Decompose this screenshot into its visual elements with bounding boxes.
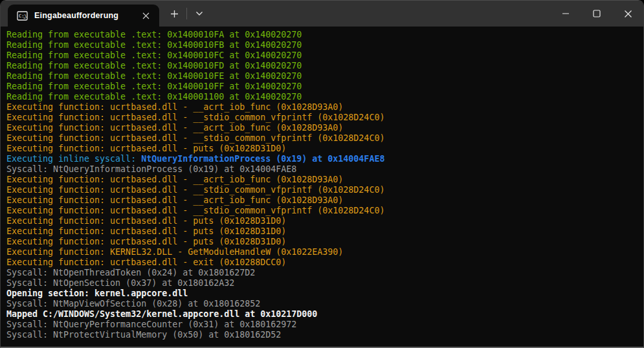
terminal-line: Executing inline syscall: NtQueryInforma… <box>6 154 643 164</box>
titlebar[interactable]: C:\ Eingabeaufforderung <box>1 1 643 27</box>
tab-dropdown-button[interactable] <box>190 4 209 23</box>
terminal-line: Executing function: ucrtbased.dll - exit… <box>6 257 643 268</box>
tab-eingabeaufforderung[interactable]: C:\ Eingabeaufforderung <box>8 5 159 27</box>
terminal-line: Executing function: ucrtbased.dll - __st… <box>6 206 643 216</box>
terminal-line: Reading from executable .text: 0x1400010… <box>6 50 643 61</box>
terminal-line: Executing function: ucrtbased.dll - __ac… <box>6 195 643 206</box>
maximize-button[interactable] <box>581 1 612 27</box>
terminal-line: Executing function: ucrtbased.dll - __st… <box>6 133 643 144</box>
minimize-button[interactable] <box>550 1 581 27</box>
tab-title: Eingabeaufforderung <box>34 11 137 20</box>
cmd-prompt-icon: C:\ <box>17 10 28 21</box>
svg-text:C:\: C:\ <box>19 14 27 19</box>
terminal-line: Executing function: ucrtbased.dll - __st… <box>6 113 643 123</box>
terminal-line: Mapped C:/WINDOWS/System32/kernel.appcor… <box>6 309 643 320</box>
terminal-line: Executing function: ucrtbased.dll - __st… <box>6 185 643 195</box>
terminal-line: Executing function: ucrtbased.dll - puts… <box>6 144 643 154</box>
terminal-line: Syscall: NtMapViewOfSection (0x28) at 0x… <box>6 299 643 309</box>
terminal-line: Executing function: ucrtbased.dll - __ac… <box>6 123 643 133</box>
terminal-line: Syscall: NtOpenThreadToken (0x24) at 0x1… <box>6 268 643 278</box>
close-icon <box>142 12 150 19</box>
tabbar-actions <box>164 1 209 27</box>
terminal-line: Executing function: ucrtbased.dll - puts… <box>6 216 643 226</box>
terminal-line: Syscall: NtProtectVirtualMemory (0x50) a… <box>6 330 643 340</box>
maximize-icon <box>593 10 601 17</box>
tab-close-button[interactable] <box>137 8 154 23</box>
terminal-line: Syscall: NtQueryInformationProcess (0x19… <box>6 164 643 175</box>
terminal-line: Executing function: KERNEL32.DLL - GetMo… <box>6 247 643 257</box>
tabbar-separator <box>186 8 187 19</box>
close-window-button[interactable] <box>612 1 643 27</box>
minimize-icon <box>562 10 570 17</box>
terminal-line: Executing function: ucrtbased.dll - __ac… <box>6 175 643 185</box>
terminal-line: Reading from executable .text: 0x1400011… <box>6 92 643 102</box>
plus-icon <box>170 10 179 18</box>
terminal-output[interactable]: Reading from executable .text: 0x1400010… <box>1 27 643 347</box>
chevron-down-icon <box>195 11 203 16</box>
terminal-line: Executing function: ucrtbased.dll - puts… <box>6 237 643 247</box>
close-icon <box>624 10 632 18</box>
terminal-line: Reading from executable .text: 0x1400010… <box>6 61 643 71</box>
terminal-line: Syscall: NtOpenSection (0x37) at 0x18016… <box>6 278 643 288</box>
terminal-line: Reading from executable .text: 0x1400010… <box>6 30 643 40</box>
terminal-line: Opening section: kernel.appcore.dll <box>6 288 643 299</box>
terminal-line: Executing function: ucrtbased.dll - __ac… <box>6 102 643 113</box>
terminal-line: Syscall: NtQueryPerformanceCounter (0x31… <box>6 320 643 330</box>
terminal-line: Reading from executable .text: 0x1400010… <box>6 82 643 92</box>
terminal-line: Reading from executable .text: 0x1400010… <box>6 40 643 50</box>
terminal-line: Reading from executable .text: 0x1400010… <box>6 71 643 82</box>
terminal-line: Executing function: ucrtbased.dll - puts… <box>6 226 643 237</box>
new-tab-button[interactable] <box>164 4 184 23</box>
window-controls <box>550 1 643 27</box>
terminal-window: C:\ Eingabeaufforderung <box>0 0 644 348</box>
